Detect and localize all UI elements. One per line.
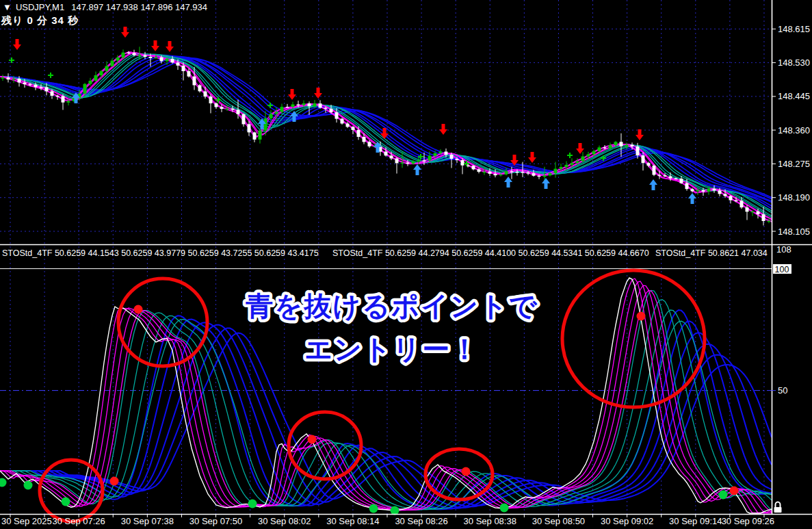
candle-body: [680, 179, 683, 183]
candle-body: [729, 196, 733, 200]
candle-body: [253, 133, 257, 140]
indicator-label-row: STOStd_4TF 50.6259 44.1543 50.6259 43.97…: [0, 245, 772, 268]
candle-body: [204, 92, 207, 97]
candle-body: [231, 109, 235, 110]
candle-body: [423, 160, 426, 161]
candle-body: [461, 160, 464, 166]
candle-body: [122, 53, 125, 57]
candle-body: [417, 160, 421, 162]
candle-body: [445, 152, 448, 155]
buy-signal-dot: [24, 481, 33, 490]
candle-body: [308, 103, 311, 106]
candle-body: [286, 107, 289, 107]
candle-body: [571, 163, 574, 165]
candle-body: [560, 167, 563, 169]
price-axis-label[interactable]: 148.275: [778, 159, 810, 169]
candle-body: [735, 201, 738, 201]
candle-body: [127, 53, 131, 53]
price-axis-label[interactable]: 148.105: [778, 227, 810, 237]
candle-body: [647, 163, 651, 166]
sell-signal-dot: [110, 477, 119, 486]
candle-body: [757, 211, 760, 214]
sell-signal-dot: [462, 467, 471, 476]
candle-body: [7, 77, 10, 79]
candle-body: [248, 124, 251, 132]
candle-body: [51, 91, 54, 96]
candle-body: [12, 79, 16, 79]
time-axis[interactable]: 30 Sep 202530 Sep 07:2630 Sep 07:3830 Se…: [0, 516, 777, 529]
candle-body: [1, 77, 5, 78]
candle-body: [516, 172, 519, 172]
time-label: 30 Sep 08:26: [387, 516, 456, 526]
candle-body: [346, 124, 350, 127]
time-label: 30 Sep 09:26: [706, 516, 774, 526]
candle-body: [215, 103, 218, 107]
candle-body: [363, 137, 366, 142]
candle-body: [768, 221, 771, 222]
sell-signal-dot: [730, 487, 739, 495]
candle-body: [193, 77, 196, 86]
candle-body: [565, 165, 568, 167]
candle-body: [313, 103, 317, 106]
candle-body: [636, 146, 640, 155]
candle-body: [23, 83, 27, 85]
candle-body: [166, 59, 169, 61]
candle-body: [707, 189, 711, 192]
candle-body: [718, 190, 722, 194]
price-axis-label[interactable]: 148.360: [778, 125, 810, 136]
time-label: 30 Sep 07:26: [44, 516, 113, 526]
candle-body: [226, 109, 229, 109]
candle-body: [412, 162, 415, 164]
candle-body: [144, 55, 147, 57]
candle-body: [669, 177, 672, 179]
chart-dropdown-icon[interactable]: ▼: [3, 2, 12, 12]
candle-body: [116, 57, 120, 61]
candle-body: [133, 53, 136, 55]
time-label: 30 Sep 09:02: [593, 516, 662, 526]
candle-body: [510, 171, 514, 172]
sell-signal-dot: [637, 312, 646, 321]
indicator-label-3: STOStd_4TF 50.8621 47.034: [655, 248, 768, 258]
candle-body: [34, 85, 38, 88]
candle-body: [176, 62, 180, 65]
sell-signal-dot: [134, 305, 143, 314]
candle-body: [740, 201, 744, 207]
candle-body: [713, 189, 716, 191]
level-100-label[interactable]: 100: [775, 265, 789, 274]
candle-body: [368, 142, 371, 146]
candle-body: [543, 175, 547, 177]
mt4-chart-window: 148.615148.530148.445148.360148.275148.1…: [0, 0, 812, 529]
price-axis-label[interactable]: 148.190: [778, 192, 810, 203]
candle-body: [554, 169, 558, 174]
level-50-label[interactable]: 50: [778, 385, 787, 396]
candle-body: [187, 71, 191, 77]
price-axis-label[interactable]: 148.445: [778, 91, 810, 101]
candle-body: [434, 153, 437, 156]
candle-body: [280, 107, 284, 112]
candle-body: [319, 103, 322, 107]
candle-body: [270, 114, 273, 118]
candle-body: [625, 145, 629, 146]
price-axis-label[interactable]: 148.615: [778, 24, 810, 34]
candle-body: [598, 147, 601, 151]
time-label: 30 Sep 08:50: [524, 516, 592, 526]
candle-body: [357, 130, 361, 137]
candle-body: [352, 127, 355, 130]
candle-body: [603, 147, 607, 148]
indicator-max-label[interactable]: 108: [776, 244, 791, 255]
candle-body: [401, 163, 404, 164]
candle-body: [587, 154, 590, 156]
candle-body: [477, 169, 481, 172]
price-axis-label[interactable]: 148.530: [778, 57, 810, 68]
candle-body: [111, 61, 114, 66]
candle-body: [532, 173, 536, 176]
candle-body: [259, 131, 262, 140]
time-label: 30 Sep 08:14: [319, 516, 387, 526]
time-label: 30 Sep 07:50: [182, 516, 250, 526]
candle-body: [609, 145, 612, 149]
candle-body: [56, 96, 60, 96]
ohlc-values: 147.897 147.938 147.896 147.934: [71, 2, 207, 12]
candle-body: [664, 175, 667, 177]
candle-body: [29, 84, 32, 85]
candle-body: [406, 163, 410, 164]
